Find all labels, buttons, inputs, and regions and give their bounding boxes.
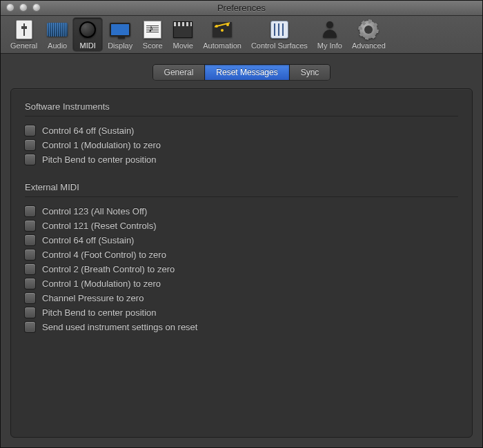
checkbox-label: Control 64 off (Sustain) (42, 125, 134, 136)
toolbar-automation[interactable]: Automation (199, 18, 246, 51)
toolbar-advanced[interactable]: Advanced (348, 18, 390, 51)
toolbar-movie[interactable]: Movie (168, 18, 197, 51)
divider (25, 116, 458, 116)
toolbar-display[interactable]: Display (103, 18, 137, 51)
chk-em-control-121[interactable] (25, 221, 35, 231)
score-icon (142, 19, 163, 40)
gear-icon (358, 19, 379, 40)
toolbar-general[interactable]: General (6, 18, 41, 51)
checkbox-row: Pitch Bend to center position (25, 305, 458, 320)
mixer-icon (269, 19, 290, 40)
chk-em-pitch-bend[interactable] (25, 307, 35, 318)
checkbox-row: Pitch Bend to center position (25, 152, 458, 167)
subtab-general[interactable]: General (153, 65, 206, 80)
chk-si-control-64-off[interactable] (25, 125, 35, 136)
minimize-window-button[interactable] (19, 3, 28, 12)
subtab-reset-messages[interactable]: Reset Messages (205, 65, 289, 80)
preferences-window: Preferences GeneralAudioMIDIDisplayScore… (0, 0, 483, 448)
checkbox-row: Control 121 (Reset Controls) (25, 218, 458, 233)
toolbar-item-label: Movie (173, 41, 193, 50)
toolbar-audio[interactable]: Audio (43, 18, 72, 51)
chk-si-control-1-zero[interactable] (25, 140, 35, 150)
checkbox-row: Control 64 off (Sustain) (25, 233, 458, 247)
chk-em-control-64-off[interactable] (25, 235, 35, 245)
waveform-icon (47, 19, 68, 40)
chk-em-channel-pressure[interactable] (25, 293, 35, 303)
section-software-instruments-title: Software Instruments (25, 101, 458, 112)
checkbox-label: Send used instrument settings on reset (42, 322, 197, 332)
toolbar-item-label: My Info (317, 41, 342, 50)
toolbar-item-label: Automation (203, 41, 241, 50)
midi-port-icon (77, 19, 98, 40)
chk-em-control-4-zero[interactable] (25, 250, 35, 260)
titlebar: Preferences (1, 1, 482, 16)
checkbox-row: Control 4 (Foot Control) to zero (25, 247, 458, 262)
slider-icon (14, 19, 34, 40)
toolbar-item-label: General (10, 41, 37, 50)
checkbox-row: Control 64 off (Sustain) (25, 123, 458, 138)
subtab-bar: GeneralReset MessagesSync (153, 65, 331, 80)
divider (25, 196, 458, 197)
person-icon (319, 19, 340, 40)
checkbox-label: Control 4 (Foot Control) to zero (42, 250, 166, 260)
checkbox-label: Control 1 (Modulation) to zero (42, 278, 161, 289)
checkbox-row: Channel Pressure to zero (25, 291, 458, 305)
checkbox-label: Control 64 off (Sustain) (42, 235, 134, 245)
section-external-midi-title: External MIDI (25, 182, 458, 192)
toolbar-item-label: Score (143, 41, 163, 50)
checkbox-label: Control 1 (Modulation) to zero (42, 140, 161, 150)
checkbox-label: Pitch Bend to center position (42, 307, 157, 318)
checkbox-label: Pitch Bend to center position (42, 154, 157, 165)
window-title: Preferences (1, 3, 482, 13)
toolbar-item-label: Audio (48, 41, 67, 50)
external-midi-list: Control 123 (All Notes Off)Control 121 (… (25, 204, 458, 334)
toolbar-score[interactable]: Score (138, 18, 167, 51)
checkbox-row: Send used instrument settings on reset (25, 320, 458, 334)
subtab-sync[interactable]: Sync (290, 65, 331, 80)
close-window-button[interactable] (6, 3, 14, 12)
reset-messages-panel: Software Instruments Control 64 off (Sus… (10, 88, 473, 438)
chk-em-control-123[interactable] (25, 206, 35, 216)
automation-icon (212, 19, 233, 40)
checkbox-label: Control 2 (Breath Control) to zero (42, 264, 175, 274)
checkbox-row: Control 1 (Modulation) to zero (25, 276, 458, 291)
toolbar-control-surfaces[interactable]: Control Surfaces (247, 18, 312, 51)
checkbox-row: Control 1 (Modulation) to zero (25, 138, 458, 152)
checkbox-label: Channel Pressure to zero (42, 293, 144, 303)
toolbar-item-label: MIDI (80, 41, 96, 50)
checkbox-row: Control 2 (Breath Control) to zero (25, 262, 458, 276)
preferences-toolbar: GeneralAudioMIDIDisplayScoreMovieAutomat… (1, 16, 482, 54)
chk-em-send-settings[interactable] (25, 322, 35, 332)
clapper-icon (172, 19, 193, 40)
toolbar-item-label: Control Surfaces (251, 41, 308, 50)
toolbar-item-label: Advanced (352, 41, 386, 50)
checkbox-row: Control 123 (All Notes Off) (25, 204, 458, 218)
toolbar-item-label: Display (108, 41, 132, 50)
toolbar-my-info[interactable]: My Info (313, 18, 346, 51)
checkbox-label: Control 121 (Reset Controls) (42, 221, 156, 231)
window-controls (6, 3, 41, 12)
chk-si-pitch-bend[interactable] (25, 154, 35, 165)
content-area: GeneralReset MessagesSync Software Instr… (1, 54, 482, 447)
chk-em-control-2-zero[interactable] (25, 264, 35, 274)
chk-em-control-1-zero[interactable] (25, 278, 35, 289)
zoom-window-button[interactable] (32, 3, 41, 12)
toolbar-midi[interactable]: MIDI (73, 18, 102, 51)
monitor-icon (110, 19, 130, 40)
checkbox-label: Control 123 (All Notes Off) (42, 206, 147, 216)
software-instruments-list: Control 64 off (Sustain)Control 1 (Modul… (25, 123, 458, 167)
